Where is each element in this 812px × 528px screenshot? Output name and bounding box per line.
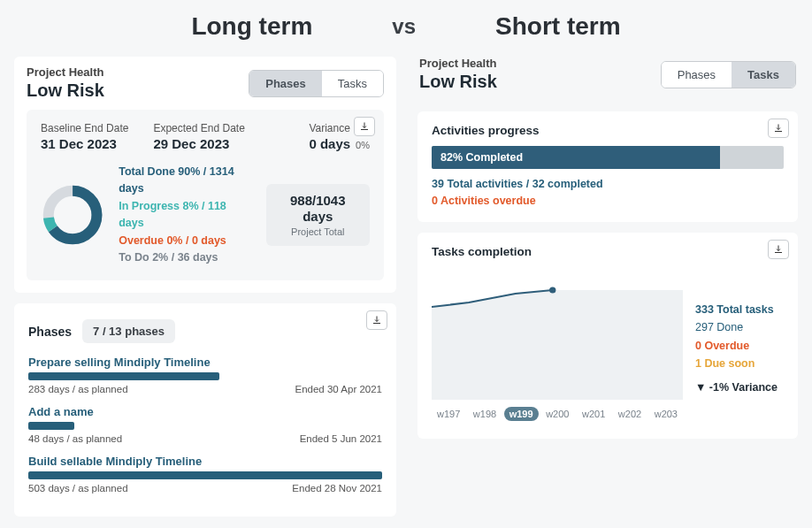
activities-overdue: 0 Activities overdue (432, 193, 784, 210)
download-icon (372, 315, 382, 325)
week-label[interactable]: w197 (432, 407, 465, 421)
activities-title: Activities progress (432, 124, 784, 137)
phase-ended: Ended 28 Nov 2021 (292, 483, 382, 494)
tasks-done: 297 Done (695, 318, 784, 337)
project-health-status: Low Risk (419, 72, 497, 92)
tasks-chart: w197w198w199w200w201w202w203 (432, 267, 683, 426)
phase-duration: 48 days / as planned (28, 433, 122, 444)
tasks-overdue: 0 Overdue (695, 337, 784, 356)
baseline-value: 31 Dec 2023 (41, 136, 128, 151)
phase-item: Build sellable Mindiply Timeline503 days… (28, 455, 382, 494)
view-toggle: Phases Tasks (249, 70, 384, 97)
project-health-label: Project Health (419, 57, 497, 70)
weeks-axis: w197w198w199w200w201w202w203 (432, 407, 683, 421)
phase-ended: Ended 5 Jun 2021 (300, 433, 382, 444)
project-health-status: Low Risk (27, 80, 104, 101)
variance-value: 0 days (309, 136, 350, 151)
progress-donut (41, 180, 104, 249)
tasks-stats: 333 Total tasks 297 Done 0 Overdue 1 Due… (695, 267, 784, 426)
variance-pct: 0% (356, 140, 370, 150)
phase-duration: 503 days / as planned (28, 483, 128, 494)
download-button[interactable] (768, 240, 789, 259)
week-label[interactable]: w202 (613, 407, 647, 421)
project-total-main: 988/1043 days (277, 193, 359, 225)
phase-name[interactable]: Prepare selling Mindiply Timeline (28, 356, 382, 369)
activities-summary: 39 Total activities / 32 completed (432, 176, 784, 193)
week-label[interactable]: w203 (649, 407, 683, 421)
header-right: Short term (495, 12, 621, 41)
legend-done: Total Done 90% / 1314 days (119, 164, 251, 198)
tasks-variance: ▼ -1% Variance (695, 379, 784, 397)
phase-bar (28, 422, 74, 430)
svg-marker-3 (432, 290, 683, 400)
week-label[interactable]: w198 (468, 407, 502, 421)
phase-bar (28, 372, 219, 380)
expected-label: Expected End Date (153, 122, 244, 134)
legend-todo: To Do 2% / 36 days (119, 249, 251, 266)
download-button[interactable] (354, 117, 375, 136)
tasks-due-soon: 1 Due soon (695, 355, 784, 373)
activities-progress-label: 82% Completed (440, 151, 523, 164)
header-vs: vs (392, 14, 416, 39)
phase-duration: 283 days / as planned (28, 384, 128, 394)
project-total-box: 988/1043 days Project Total (266, 184, 370, 246)
donut-legend: Total Done 90% / 1314 days In Progress 8… (119, 164, 251, 266)
phase-item: Add a name48 days / as plannedEnded 5 Ju… (28, 405, 382, 444)
legend-overdue: Overdue 0% / 0 days (119, 233, 251, 249)
tasks-total: 333 Total tasks (695, 301, 784, 319)
header-left: Long term (191, 12, 312, 41)
download-button[interactable] (768, 119, 789, 138)
baseline-label: Baseline End Date (41, 122, 128, 134)
left-panel: Project Health Low Risk Phases Tasks Bas… (14, 57, 396, 293)
legend-progress: In Progress 8% / 118 days (119, 198, 251, 233)
phase-name[interactable]: Build sellable Mindiply Timeline (28, 455, 382, 468)
view-toggle: Phases Tasks (661, 61, 796, 88)
dates-card: Baseline End Date 31 Dec 2023 Expected E… (27, 110, 384, 280)
phases-card: Phases 7 / 13 phases Prepare selling Min… (14, 303, 396, 517)
week-label[interactable]: w201 (577, 407, 610, 421)
toggle-phases[interactable]: Phases (249, 71, 322, 96)
activities-card: Activities progress 82% Completed 39 Tot… (417, 111, 798, 222)
download-icon (773, 244, 784, 255)
phase-item: Prepare selling Mindiply Timeline283 day… (28, 356, 382, 394)
week-label[interactable]: w199 (504, 407, 539, 421)
phases-list: Prepare selling Mindiply Timeline283 day… (28, 356, 382, 494)
activities-progress-bar: 82% Completed (432, 146, 784, 169)
tasks-card: Tasks completion w197w198w199w200w201w20… (417, 233, 798, 439)
download-icon (359, 121, 370, 132)
toggle-tasks[interactable]: Tasks (732, 62, 795, 88)
project-health-label: Project Health (27, 65, 104, 79)
phases-count[interactable]: 7 / 13 phases (82, 319, 175, 343)
phase-name[interactable]: Add a name (28, 405, 382, 418)
tasks-title: Tasks completion (432, 245, 784, 258)
toggle-tasks[interactable]: Tasks (322, 71, 383, 96)
project-total-sub: Project Total (277, 226, 359, 237)
download-button[interactable] (366, 310, 387, 330)
week-label[interactable]: w200 (540, 407, 574, 421)
svg-point-4 (549, 287, 555, 293)
activities-progress-fill: 82% Completed (432, 146, 720, 169)
download-icon (773, 123, 784, 134)
phase-ended: Ended 30 Apr 2021 (295, 384, 382, 394)
toggle-phases[interactable]: Phases (662, 62, 732, 88)
phases-title: Phases (28, 325, 72, 339)
phase-bar (28, 471, 382, 479)
expected-value: 29 Dec 2023 (153, 136, 244, 151)
